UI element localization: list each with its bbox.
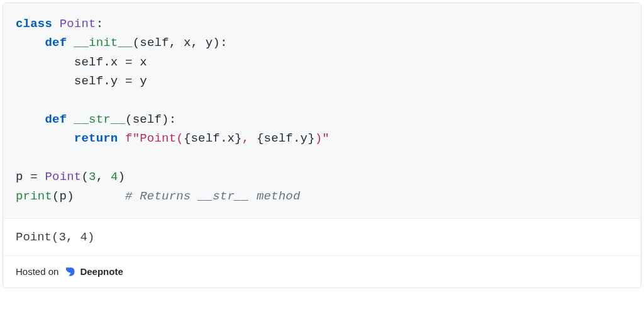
colon: : [96,17,104,31]
fn-print: print [16,189,52,203]
code-output: Point(3, 4) [3,218,641,255]
class-name: Point [60,17,96,31]
fn-init: __init__ [74,36,133,50]
code-line-4: self.y = y [16,74,147,88]
code-line-3: self.x = x [16,55,147,69]
comment: # Returns __str__ method [125,189,300,203]
keyword-def: def [45,36,67,50]
keyword-class: class [16,17,52,31]
keyword-def: def [45,113,67,126]
hosted-on-label: Hosted on [16,266,58,277]
brand-name[interactable]: Deepnote [80,266,123,277]
footer: Hosted on Deepnote [3,255,641,288]
code-line-1: class Point: [16,17,103,31]
fstring-open: f"Point( [125,132,184,145]
code-line-2: def __init__(self, x, y): [16,36,228,50]
code-input: class Point: def __init__(self, x, y): s… [3,3,641,218]
class-ref: Point [45,170,81,184]
code-line-9: p = Point(3, 4) [16,170,125,184]
params: (self, x, y): [133,36,228,50]
params: (self): [125,113,176,126]
fstring-close: )" [315,132,330,145]
code-line-6: def __str__(self): [16,113,176,126]
code-line-7: return f"Point({self.x}, {self.y})" [16,132,330,145]
keyword-return: return [74,132,118,145]
deepnote-icon [64,266,75,277]
code-line-10: print(p) # Returns __str__ method [16,189,301,203]
code-cell: class Point: def __init__(self, x, y): s… [3,3,641,288]
output-text: Point(3, 4) [16,230,94,244]
fn-str: __str__ [74,113,125,126]
